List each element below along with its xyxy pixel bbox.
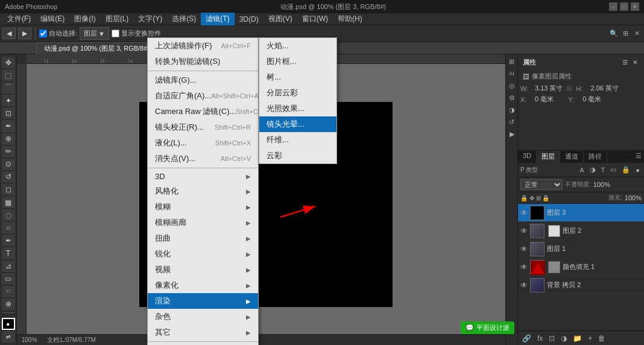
filter-menu-item-sharpen[interactable]: 锐化 ▶ (148, 246, 258, 262)
layer-visibility-icon[interactable]: 👁 (520, 245, 528, 253)
blend-mode-select[interactable]: 正常 (520, 179, 563, 190)
delete-layer-icon[interactable]: 🗑 (596, 334, 607, 343)
tab-channels[interactable]: 通道 (560, 151, 584, 163)
filter-menu-item-gallery[interactable]: 滤镜库(G)... (148, 72, 258, 88)
show-controls-checkbox[interactable] (112, 30, 119, 37)
filter-shape-icon[interactable]: ▭ (608, 165, 618, 174)
tab-3d[interactable]: 3D (518, 151, 537, 163)
filter-menu-item-render[interactable]: 渲染 ▶ (148, 293, 258, 309)
filter-menu-item-cameraraw[interactable]: Camera Raw 滤镜(C)... Shift+Ctrl+A (148, 104, 258, 119)
foreground-color[interactable]: ■ (2, 318, 15, 330)
render-submenu-item-clouds[interactable]: 分层云彩 (259, 85, 336, 101)
render-submenu-item-lighting[interactable]: 光照效果... (259, 101, 336, 116)
clone-tool[interactable]: ⊙ (2, 159, 15, 170)
render-submenu-item-lensflare[interactable]: 镜头光晕... (259, 116, 336, 132)
menu-image[interactable]: 图像(I) (69, 13, 100, 25)
filter-menu-item-pixelate[interactable]: 像素化 ▶ (148, 277, 258, 293)
hand-tool[interactable]: ☜ (2, 286, 15, 297)
layer-visibility-icon[interactable]: 👁 (520, 209, 528, 217)
eraser-tool[interactable]: ◻ (2, 184, 15, 195)
shape-tool[interactable]: ▭ (2, 273, 15, 285)
menu-layer[interactable]: 图层(L) (101, 13, 134, 25)
menu-select[interactable]: 选择(S) (167, 13, 201, 25)
ai-icon[interactable]: AI (507, 69, 517, 78)
menu-view[interactable]: 视图(V) (264, 13, 297, 25)
doc-tab[interactable]: 动漫.psd @ 100% (图层 3, RGB/8#) × (36, 42, 163, 54)
render-submenu-item-frame[interactable]: 图片框... (259, 54, 336, 69)
render-submenu-item-tree[interactable]: 树... (259, 69, 336, 85)
type-tool[interactable]: T (2, 247, 15, 259)
filter-toggle[interactable]: ● (634, 166, 642, 174)
action-icon[interactable]: ▶ (507, 129, 517, 139)
add-layer-icon[interactable]: + (586, 334, 594, 343)
filter-menu-item-noise[interactable]: 杂色 ▶ (148, 309, 258, 324)
filter-menu-item-other[interactable]: 其它 ▶ (148, 324, 258, 340)
minimize-button[interactable]: ─ (609, 2, 617, 11)
render-submenu-item-flame[interactable]: 火焰... (259, 38, 336, 54)
history-tool[interactable]: ↺ (2, 171, 15, 183)
move-tool[interactable]: ✥ (2, 57, 15, 68)
menu-filter[interactable]: 滤镜(T) (201, 13, 234, 25)
show-controls-check[interactable]: 显示变换控件 (112, 29, 161, 38)
layer-item[interactable]: 👁 背景 拷贝 2 (518, 276, 644, 294)
filter-text-icon[interactable]: T (599, 166, 607, 174)
swap-colors[interactable]: ⇄ (2, 331, 15, 343)
add-group-icon[interactable]: 📁 (571, 334, 584, 343)
filter-menu-item-distort[interactable]: 扭曲 ▶ (148, 230, 258, 246)
add-adjustment-icon[interactable]: ◑ (559, 334, 569, 343)
tab-paths[interactable]: 路径 (584, 151, 607, 163)
layer-visibility-icon[interactable]: 👁 (520, 263, 528, 271)
filter-menu-item-stylize[interactable]: 风格化 ▶ (148, 183, 258, 199)
link-layers-icon[interactable]: 🔗 (520, 334, 533, 343)
brush-tool[interactable]: ✏ (2, 146, 15, 157)
menu-window[interactable]: 窗口(W) (297, 13, 333, 25)
layer-item[interactable]: 👁 颜色填充 1 (518, 258, 644, 276)
layers-menu-icon[interactable]: ☰ (633, 151, 644, 163)
menu-edit[interactable]: 编辑(E) (36, 13, 69, 25)
filter-menu-item-liquify[interactable]: 液化(L)... Shift+Ctrl+X (148, 135, 258, 151)
search-button[interactable]: 🔍 (609, 29, 619, 39)
layer-dropdown[interactable]: 图层 ▼ (80, 27, 109, 40)
menu-help[interactable]: 帮助(H) (333, 13, 367, 25)
render-submenu-item-cloudbase[interactable]: 云彩 (259, 148, 336, 163)
blur-tool[interactable]: ◌ (2, 209, 15, 221)
add-mask-icon[interactable]: ⊡ (547, 334, 557, 343)
filter-lock-icon[interactable]: 🔒 (620, 165, 632, 174)
pen-tool[interactable]: ✒ (2, 235, 15, 246)
color-icon[interactable]: ◑ (507, 105, 517, 115)
lasso-tool[interactable]: ⌒ (2, 82, 15, 93)
properties-icon[interactable]: ⊞ (507, 57, 517, 66)
panel-close-icon[interactable]: ✕ (631, 59, 639, 66)
auto-select-checkbox[interactable] (39, 30, 47, 37)
filter-menu-item-vanish[interactable]: 消失点(V)... Alt+Ctrl+V (148, 151, 258, 166)
crop-tool[interactable]: ⊡ (2, 107, 15, 119)
brush-preset-icon[interactable]: ◎ (507, 81, 517, 90)
spot-heal-tool[interactable]: ⊕ (2, 133, 15, 145)
tab-layers[interactable]: 图层 (537, 151, 560, 163)
add-style-icon[interactable]: fx (535, 334, 545, 343)
layout-button[interactable]: ⊞ (620, 29, 630, 39)
layer-item[interactable]: 👁 图层 1 (518, 240, 644, 258)
filter-menu-item-adaptive[interactable]: 自适应广角(A)... Alt+Shift+Ctrl+A (148, 88, 258, 104)
menu-3d[interactable]: 3D(D) (235, 14, 264, 25)
panel-menu-icon[interactable]: ☰ (620, 59, 630, 66)
layer-item[interactable]: 👁 图层 2 (518, 222, 644, 240)
gradient-tool[interactable]: ▦ (2, 197, 15, 208)
maximize-button[interactable]: □ (620, 2, 628, 11)
layer-visibility-icon[interactable]: 👁 (520, 281, 528, 290)
select-tool[interactable]: ⬚ (2, 69, 15, 81)
menu-file[interactable]: 文件(F) (2, 13, 36, 25)
path-tool[interactable]: ⊿ (2, 261, 15, 272)
render-submenu-item-fiber[interactable]: 纤维... (259, 132, 336, 148)
filter-adj-icon[interactable]: ◑ (588, 165, 598, 174)
menu-text[interactable]: 文字(Y) (133, 13, 167, 25)
close-search-button[interactable]: ✕ (632, 29, 642, 39)
filter-menu-item-3d[interactable]: 3D ▶ (148, 169, 258, 183)
auto-select-check[interactable]: 自动选择: (39, 29, 77, 38)
dodge-tool[interactable]: ○ (2, 222, 15, 233)
filter-menu-item-last[interactable]: 上次滤镜操作(F) Alt+Ctrl+F (148, 38, 258, 54)
filter-type-icon[interactable]: A (578, 166, 586, 174)
forward-button[interactable]: ▶ (18, 28, 31, 39)
filter-menu-item-video[interactable]: 视频 ▶ (148, 262, 258, 277)
filter-menu-item-blurgallery[interactable]: 模糊画廊 ▶ (148, 215, 258, 230)
